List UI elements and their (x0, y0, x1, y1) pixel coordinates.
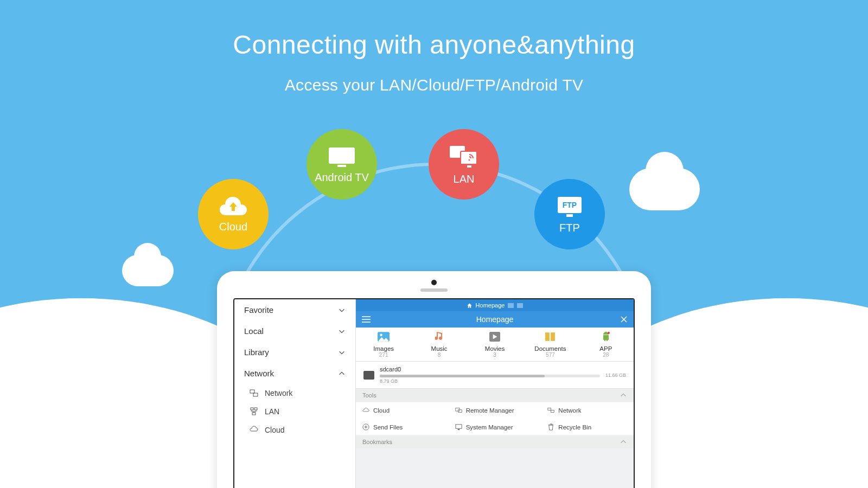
section-tools-header[interactable]: Tools (356, 389, 634, 402)
tablet-frame: Favorite Local Library Network Network (217, 271, 651, 488)
sidebar-item-library[interactable]: Library (234, 342, 355, 363)
storage-info: sdcard0 8.79 GB (380, 366, 600, 384)
section-label: Bookmarks (362, 439, 392, 445)
svg-rect-11 (251, 408, 253, 410)
cloud-icon (250, 426, 258, 434)
close-icon[interactable] (620, 315, 628, 324)
svg-rect-28 (457, 429, 459, 430)
sidebar-sub-cloud[interactable]: Cloud (234, 421, 355, 439)
category-label: Movies (467, 345, 522, 352)
svg-point-21 (608, 332, 610, 334)
hero-subtitle: Access your LAN/Cloud/FTP/Android TV (0, 76, 868, 94)
sidebar-item-label: Local (244, 326, 264, 336)
tools-grid: Cloud Remote Manager Network Send Files … (356, 402, 634, 435)
titlebar-title: Homepage (356, 315, 634, 324)
hamburger-icon[interactable] (361, 316, 371, 323)
remote-icon (455, 407, 462, 414)
storage-name: sdcard0 (380, 366, 600, 373)
send-icon (362, 423, 369, 431)
home-icon (467, 303, 473, 309)
sidebar-sub-network[interactable]: Network (234, 384, 355, 402)
tool-send-files[interactable]: Send Files (356, 419, 449, 435)
sidebar-item-favorite[interactable]: Favorite (234, 299, 355, 320)
storage-bar (380, 375, 600, 377)
svg-rect-24 (548, 408, 551, 410)
category-count: 28 (578, 352, 634, 358)
bubble-label: Android TV (315, 171, 369, 184)
sidebar-item-label: Network (244, 369, 274, 378)
svg-point-4 (469, 159, 470, 160)
svg-rect-3 (461, 151, 477, 164)
svg-rect-15 (517, 303, 523, 308)
music-icon (435, 332, 444, 342)
section-label: Tools (362, 392, 376, 399)
cloud-icon (362, 407, 369, 414)
storage-total: 11.66 GB (605, 373, 626, 378)
category-images[interactable]: Images 271 (356, 328, 411, 361)
bubble-label: FTP (559, 222, 580, 234)
svg-rect-8 (566, 214, 573, 217)
category-count: 8 (411, 352, 467, 358)
tool-cloud[interactable]: Cloud (356, 402, 449, 419)
bubble-androidtv: Android TV (307, 129, 377, 200)
sidebar-item-label: Favorite (244, 305, 273, 314)
main-panel: Homepage Homepage Images 271 Music 8 (356, 299, 634, 488)
storage-row[interactable]: sdcard0 8.79 GB 11.66 GB (356, 362, 634, 389)
tool-label: System Manager (466, 424, 513, 431)
category-count: 577 (522, 352, 578, 358)
hero: Connecting with anyone&anything Access y… (0, 0, 868, 94)
svg-rect-0 (329, 147, 355, 164)
topbar: Homepage (356, 299, 634, 311)
svg-rect-10 (253, 393, 258, 396)
tool-network[interactable]: Network (541, 402, 634, 419)
category-documents[interactable]: Documents 577 (522, 328, 578, 361)
svg-rect-20 (551, 332, 556, 341)
category-label: Music (411, 345, 467, 352)
category-label: Images (356, 345, 411, 352)
sidebar-item-local[interactable]: Local (234, 320, 355, 342)
movies-icon (489, 332, 500, 342)
svg-rect-1 (337, 165, 346, 167)
bubble-ftp: FTP FTP (534, 179, 605, 249)
svg-rect-25 (551, 410, 554, 413)
category-count: 271 (356, 352, 411, 358)
sidebar-item-label: Library (244, 348, 269, 357)
storage-used: 8.79 GB (380, 378, 600, 384)
cloud-upload-icon (219, 196, 247, 217)
svg-rect-9 (250, 390, 254, 393)
svg-rect-12 (254, 408, 257, 410)
category-label: Documents (522, 345, 578, 352)
lan-icon (448, 144, 480, 170)
tool-recycle-bin[interactable]: Recycle Bin (541, 419, 634, 435)
sidebar-sub-lan[interactable]: LAN (234, 402, 355, 421)
lan-icon (250, 407, 258, 416)
category-movies[interactable]: Movies 3 (467, 328, 522, 361)
svg-rect-19 (546, 332, 550, 341)
category-music[interactable]: Music 8 (411, 328, 467, 361)
sidebar-sub-label: Cloud (265, 426, 285, 434)
bubble-cloud: Cloud (198, 179, 269, 249)
tool-label: Network (558, 407, 581, 414)
svg-point-17 (380, 334, 382, 336)
tool-system-manager[interactable]: System Manager (449, 419, 541, 435)
topbar-tab[interactable]: Homepage (476, 302, 505, 309)
sidebar-item-network[interactable]: Network (234, 363, 355, 384)
tool-label: Cloud (373, 407, 390, 414)
window-icon (508, 303, 514, 308)
documents-icon (545, 332, 556, 342)
chevron-up-icon (620, 438, 627, 446)
category-app[interactable]: APP 28 (578, 328, 634, 361)
section-bookmarks-header[interactable]: Bookmarks (356, 435, 634, 448)
chevron-down-icon (338, 306, 346, 314)
tool-remote-manager[interactable]: Remote Manager (449, 402, 541, 419)
ftp-icon: FTP (554, 195, 585, 219)
tool-label: Recycle Bin (558, 424, 591, 431)
chevron-up-icon (620, 391, 627, 399)
bubble-lan: LAN (429, 129, 499, 200)
window-icon (517, 303, 523, 308)
svg-rect-5 (467, 165, 471, 168)
tv-icon (327, 145, 357, 168)
hero-title: Connecting with anyone&anything (0, 30, 868, 60)
chevron-up-icon (338, 370, 346, 377)
tablet-camera (431, 280, 437, 285)
